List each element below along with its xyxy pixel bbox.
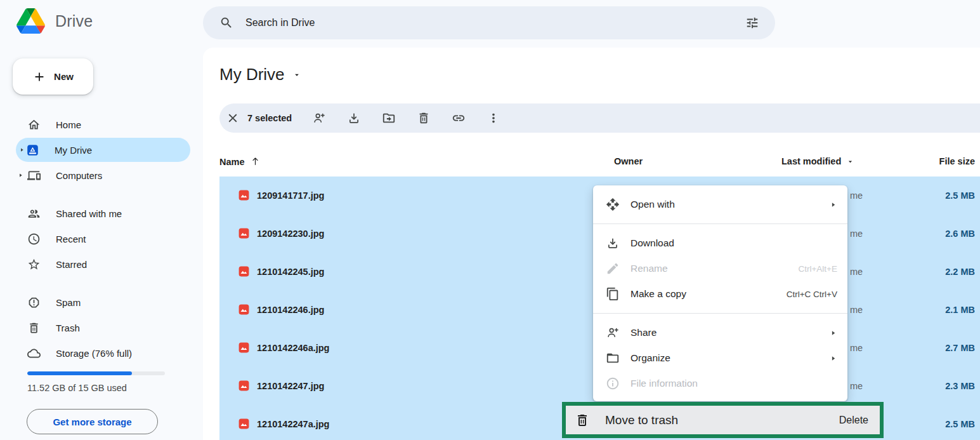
file-name: 1210142247a.jpg	[257, 419, 329, 429]
caret-down-icon	[292, 70, 301, 79]
sidebar-item-trash[interactable]: Trash	[0, 315, 203, 340]
menu-item-share[interactable]: Share	[593, 320, 847, 345]
sidebar-item-storage[interactable]: Storage (76% full)	[0, 340, 203, 366]
file-name: 1210142246a.jpg	[257, 343, 329, 353]
more-actions-button[interactable]	[487, 111, 500, 125]
plus-icon	[32, 70, 46, 84]
table-header: Name Owner Last modified File size	[219, 146, 980, 177]
sidebar-item-starred[interactable]: Starred	[0, 251, 203, 277]
share-button[interactable]	[312, 111, 326, 125]
menu-item-shortcut: Ctrl+Alt+E	[798, 264, 837, 274]
my-drive-icon	[26, 143, 39, 157]
computers-icon	[27, 169, 41, 182]
clear-selection-button[interactable]	[226, 111, 240, 125]
column-label: Last modified	[781, 156, 841, 166]
column-label: File size	[939, 156, 975, 166]
menu-item-label: Download	[630, 237, 674, 249]
download-button[interactable]	[347, 111, 361, 125]
content-panel: My Drive 7 selected Name Owner Last modi…	[203, 48, 980, 440]
menu-divider	[593, 223, 847, 224]
column-header-owner[interactable]: Owner	[614, 156, 643, 166]
info-icon	[606, 377, 620, 390]
menu-item-file-information: File information	[593, 371, 847, 396]
menu-item-shortcut: Delete	[839, 415, 868, 426]
expand-caret-icon[interactable]	[19, 147, 25, 153]
copy-link-button[interactable]	[452, 111, 466, 125]
menu-item-move-to-trash[interactable]: Move to trash Delete	[566, 406, 880, 434]
file-size: 2.6 MB	[945, 229, 975, 239]
menu-item-label: Rename	[630, 263, 668, 274]
sidebar-item-home[interactable]: Home	[0, 112, 203, 137]
menu-item-rename: Rename Ctrl+Alt+E	[593, 256, 847, 281]
image-file-icon	[238, 342, 250, 354]
modified-by: me	[850, 381, 863, 391]
sidebar-nav: Home My Drive Computers Share	[0, 112, 203, 366]
page-title-label: My Drive	[219, 65, 285, 84]
open-with-icon	[606, 197, 620, 211]
file-size: 2.5 MB	[945, 419, 975, 429]
image-file-icon	[238, 418, 250, 430]
annotation-highlight-box: Move to trash Delete	[562, 402, 884, 438]
nav-section-gap	[0, 188, 203, 201]
pencil-icon	[606, 262, 620, 276]
trash-icon	[27, 321, 41, 335]
cloud-icon	[27, 347, 41, 360]
sidebar: Drive New Home My Drive	[0, 0, 203, 440]
column-header-last-modified[interactable]: Last modified	[781, 156, 854, 166]
selected-count-label: 7 selected	[247, 113, 292, 123]
modified-by: me	[850, 190, 863, 201]
sidebar-item-spam[interactable]: Spam	[0, 290, 203, 315]
column-label: Owner	[614, 156, 643, 166]
sidebar-item-recent[interactable]: Recent	[0, 226, 203, 251]
file-size: 2.5 MB	[945, 190, 975, 201]
sidebar-item-label: Trash	[56, 323, 80, 333]
page-title[interactable]: My Drive	[219, 65, 301, 84]
menu-item-organize[interactable]: Organize	[593, 345, 847, 371]
trash-button[interactable]	[417, 111, 431, 125]
submenu-caret-icon	[829, 201, 837, 209]
column-header-name[interactable]: Name	[219, 156, 261, 167]
sidebar-item-label: Computers	[56, 170, 102, 181]
clock-icon	[27, 232, 41, 246]
sidebar-item-label: Starred	[56, 259, 87, 270]
modified-by: me	[850, 305, 863, 315]
new-button[interactable]: New	[13, 58, 93, 95]
file-size: 2.7 MB	[945, 343, 975, 353]
sidebar-item-my-drive[interactable]: My Drive	[16, 138, 190, 162]
star-icon	[27, 258, 41, 271]
file-size: 2.2 MB	[945, 267, 975, 277]
search-input[interactable]: Search in Drive	[203, 6, 775, 39]
sort-ascending-icon	[250, 156, 261, 167]
sidebar-item-label: Shared with me	[56, 208, 122, 219]
file-size: 2.1 MB	[945, 305, 975, 315]
get-more-storage-button[interactable]: Get more storage	[27, 409, 158, 434]
drive-logo[interactable]: Drive	[16, 8, 93, 34]
search-filters-icon[interactable]	[745, 16, 759, 30]
sidebar-item-label: My Drive	[55, 145, 92, 156]
menu-divider	[593, 313, 847, 314]
menu-item-label: Move to trash	[605, 413, 678, 427]
home-icon	[27, 118, 41, 131]
sidebar-item-shared-with-me[interactable]: Shared with me	[0, 201, 203, 226]
file-name: 1209141717.jpg	[257, 190, 324, 201]
modified-by: me	[850, 229, 863, 239]
menu-item-shortcut: Ctrl+C Ctrl+V	[787, 290, 837, 299]
person-add-icon	[606, 326, 620, 340]
sidebar-item-label: Storage (76% full)	[56, 348, 132, 359]
download-icon	[606, 236, 620, 250]
image-file-icon	[238, 189, 250, 201]
menu-item-make-a-copy[interactable]: Make a copy Ctrl+C Ctrl+V	[593, 281, 847, 307]
file-name: 1210142245.jpg	[257, 267, 324, 277]
search-placeholder: Search in Drive	[245, 17, 315, 29]
nav-section-gap	[0, 277, 203, 290]
menu-item-open-with[interactable]: Open with	[593, 192, 847, 217]
sidebar-item-computers[interactable]: Computers	[0, 163, 203, 188]
column-header-file-size[interactable]: File size	[939, 156, 975, 166]
menu-item-download[interactable]: Download	[593, 230, 847, 256]
sidebar-item-label: Recent	[56, 234, 86, 244]
image-file-icon	[238, 380, 250, 392]
move-to-folder-button[interactable]	[382, 111, 396, 125]
expand-caret-icon[interactable]	[18, 173, 23, 178]
selection-toolbar: 7 selected	[219, 103, 980, 133]
storage-progress-bar	[27, 371, 165, 375]
